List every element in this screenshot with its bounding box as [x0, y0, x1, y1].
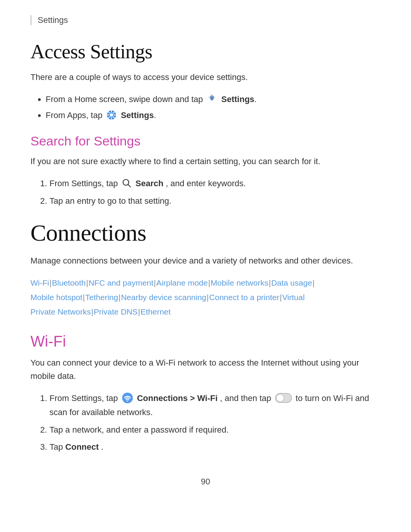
gear-icon-1: [207, 94, 217, 104]
page-number: 90: [30, 477, 381, 487]
link-airplane[interactable]: Airplane mode: [156, 278, 208, 287]
search-step-2: Tap an entry to go to that setting.: [49, 194, 381, 208]
wifi-step-1-middle: , and then tap: [220, 393, 274, 403]
access-settings-description: There are a couple of ways to access you…: [30, 70, 381, 84]
page-container: Settings Access Settings There are a cou…: [0, 0, 411, 517]
link-bluetooth[interactable]: Bluetooth: [52, 278, 86, 287]
search-steps-list: From Settings, tap Search , and enter ke…: [49, 176, 381, 208]
page-number-value: 90: [201, 477, 210, 486]
breadcrumb-label: Settings: [38, 15, 68, 25]
search-step-1-prefix: From Settings, tap: [49, 179, 120, 188]
link-connect-printer[interactable]: Connect to a printer: [209, 293, 279, 302]
access-settings-bullets: From a Home screen, swipe down and tap S…: [46, 92, 381, 122]
link-ethernet[interactable]: Ethernet: [140, 307, 170, 316]
wifi-connections-icon: [122, 392, 133, 404]
search-settings-description: If you are not sure exactly where to fin…: [30, 155, 381, 168]
access-settings-title: Access Settings: [30, 40, 381, 63]
gear-icon-2: [106, 110, 117, 120]
bullet-1-prefix: From a Home screen, swipe down and tap: [46, 94, 205, 104]
wifi-step-1-bold: Connections > Wi-Fi: [137, 393, 218, 403]
search-step-2-text: Tap an entry to go to that setting.: [49, 196, 171, 206]
search-step-1-bold: Search: [135, 179, 163, 188]
link-mobile-hotspot[interactable]: Mobile hotspot: [30, 293, 83, 302]
toggle-icon: [275, 393, 292, 403]
search-settings-title: Search for Settings: [30, 134, 381, 149]
wifi-step-2-text: Tap a network, and enter a password if r…: [49, 425, 229, 435]
link-private-dns[interactable]: Private DNS: [94, 307, 138, 316]
svg-point-5: [110, 113, 113, 117]
wifi-steps-list: From Settings, tap Connections > Wi-Fi ,…: [49, 391, 381, 454]
link-data-usage[interactable]: Data usage: [271, 278, 312, 287]
link-mobile-networks[interactable]: Mobile networks: [210, 278, 268, 287]
svg-point-9: [127, 401, 128, 402]
link-nfc[interactable]: NFC and payment: [89, 278, 153, 287]
svg-point-2: [211, 97, 213, 99]
wifi-step-3-suffix: .: [101, 442, 104, 452]
wifi-title: Wi-Fi: [30, 333, 381, 350]
svg-point-11: [276, 394, 284, 402]
bullet-item-1: From a Home screen, swipe down and tap S…: [46, 92, 381, 106]
wifi-step-3-prefix: Tap: [49, 442, 65, 452]
link-tethering[interactable]: Tethering: [85, 293, 118, 302]
search-step-1-suffix: , and enter keywords.: [166, 179, 246, 188]
connections-links: Wi-Fi|Bluetooth|NFC and payment|Airplane…: [30, 276, 381, 319]
search-icon: [122, 178, 132, 188]
breadcrumb: Settings: [30, 15, 381, 25]
wifi-step-1-prefix: From Settings, tap: [49, 393, 120, 403]
wifi-step-3-bold: Connect: [65, 442, 99, 452]
wifi-step-2: Tap a network, and enter a password if r…: [49, 423, 381, 437]
bullet-2-bold: Settings: [121, 110, 154, 120]
svg-line-7: [128, 185, 131, 187]
link-wifi[interactable]: Wi-Fi: [30, 278, 49, 287]
connections-title: Connections: [30, 219, 381, 246]
search-step-1: From Settings, tap Search , and enter ke…: [49, 176, 381, 190]
link-nearby-scanning[interactable]: Nearby device scanning: [121, 293, 206, 302]
wifi-step-3: Tap Connect .: [49, 440, 381, 454]
connections-description: Manage connections between your device a…: [30, 254, 381, 267]
bullet-1-bold: Settings: [221, 94, 255, 104]
bullet-2-prefix: From Apps, tap: [46, 110, 105, 120]
bullet-item-2: From Apps, tap Settings.: [46, 108, 381, 122]
wifi-step-1: From Settings, tap Connections > Wi-Fi ,…: [49, 391, 381, 420]
wifi-description: You can connect your device to a Wi-Fi n…: [30, 356, 381, 383]
